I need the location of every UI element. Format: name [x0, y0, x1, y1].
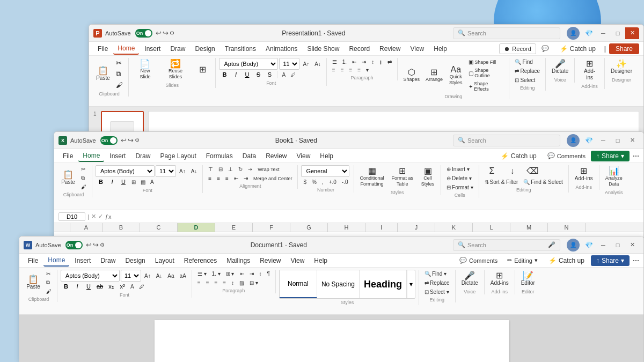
xl-dec-inc-btn[interactable]: +.0 [327, 178, 339, 186]
ppt-record-button[interactable]: ⏺ Record [499, 43, 536, 54]
xl-col-m[interactable]: M [510, 223, 548, 232]
xl-catchup-button[interactable]: ⚡ Catch up [495, 151, 542, 161]
xl-format-btn[interactable]: ⊟ Format ▾ [444, 183, 475, 191]
xl-clear-btn[interactable]: ⌫ [523, 165, 543, 177]
xl-menu-draw[interactable]: Draw [131, 151, 155, 161]
ppt-shapes-btn[interactable]: ⬡ Shapes [401, 67, 422, 84]
xl-undo-icon[interactable]: ↩ [121, 136, 127, 144]
wd-style-normal[interactable]: Normal [280, 270, 317, 298]
wd-undo-icon[interactable]: ↩ [86, 241, 92, 249]
xl-insert-btn[interactable]: ⊕ Insert ▾ [444, 165, 475, 173]
ppt-select-btn[interactable]: ⊡ Select [513, 76, 542, 84]
xl-qat-icon[interactable]: ⚙ [135, 137, 140, 143]
xl-cell-reference[interactable] [58, 212, 85, 221]
xl-underline-btn[interactable]: U [118, 177, 129, 187]
ppt-arrange-btn[interactable]: ⊞ Arrange [423, 67, 445, 84]
xl-autosave-toggle[interactable]: On [100, 136, 118, 145]
xl-confirm-icon[interactable]: ✓ [98, 213, 103, 220]
ppt-dictate-btn[interactable]: 🎤 Dictate [549, 58, 571, 76]
xl-col-i[interactable]: I [365, 223, 398, 232]
ppt-bold-btn[interactable]: B [219, 70, 230, 79]
xl-conditional-btn[interactable]: ▦ ConditionalFormatting [357, 165, 387, 189]
xl-diamond-icon[interactable]: 💎 [585, 137, 593, 144]
ppt-cut-btn[interactable]: ✂ [114, 58, 125, 68]
wd-styles-expand-btn[interactable]: ▾ [407, 270, 415, 298]
xl-col-b[interactable]: B [103, 223, 140, 232]
wd-menu-home[interactable]: Home [43, 255, 69, 267]
ppt-menu-design[interactable]: Design [191, 43, 219, 54]
ppt-catchup-button[interactable]: ⚡ Catch up [554, 43, 601, 54]
xl-col-n[interactable]: N [548, 223, 586, 232]
xl-merge-btn[interactable]: Merge and Center [251, 175, 295, 182]
xl-col-k[interactable]: K [435, 223, 473, 232]
wd-indent-dec-btn[interactable]: ⇤ [238, 270, 246, 278]
ppt-layout-btn[interactable]: ⊞ [193, 64, 212, 76]
xl-cancel-icon[interactable]: ✕ [91, 213, 96, 220]
ppt-shapeeffects-btn[interactable]: ✦ Shape Effects [466, 80, 506, 93]
xl-textdir-btn[interactable]: ↻ [236, 165, 245, 173]
ppt-menu-view[interactable]: View [406, 43, 428, 54]
ppt-numbering-btn[interactable]: 1. [340, 58, 349, 66]
ppt-quickstyles-btn[interactable]: Aa QuickStyles [446, 64, 465, 87]
xl-currency-btn[interactable]: $ [301, 178, 309, 186]
ppt-menu-draw[interactable]: Draw [166, 43, 189, 54]
ppt-strikethrough-btn[interactable]: S [253, 70, 264, 79]
xl-paste-btn[interactable]: 📋 Paste [58, 169, 78, 187]
ppt-textdir-btn[interactable]: ⇄ [385, 58, 394, 66]
wd-strikethrough-btn[interactable]: ab [94, 282, 105, 291]
ppt-bullets-btn[interactable]: ☰ [330, 58, 339, 66]
xl-comma-btn[interactable]: , [320, 178, 326, 186]
wd-search-bar[interactable]: 🔍 Search 🎤 [453, 239, 560, 251]
ppt-fontsize-inc-btn[interactable]: A↑ [301, 60, 311, 68]
wd-autosave-toggle[interactable]: On [65, 241, 83, 249]
ppt-newslide-btn[interactable]: 📄 New Slide [132, 58, 158, 82]
xl-fill-btn[interactable]: ↓ [503, 165, 522, 177]
ppt-undo-icon[interactable]: ↩ [156, 29, 162, 37]
xl-alignleft-btn[interactable]: ≡ [206, 174, 214, 182]
xl-cut-btn[interactable]: ✂ [79, 165, 89, 173]
wd-multilevel-btn[interactable]: ⊞ ▾ [224, 270, 237, 278]
wd-editor-btn[interactable]: 📝 Editor [518, 270, 538, 288]
wd-highlight-btn[interactable]: 🖊 [137, 283, 147, 291]
wd-copy-btn[interactable]: ⧉ [44, 278, 54, 287]
ppt-user-avatar[interactable]: 👤 [567, 27, 580, 40]
wd-fontcolor-btn[interactable]: A [128, 283, 136, 291]
xl-copy-btn[interactable]: ⧉ [79, 174, 89, 182]
xl-col-d[interactable]: D [178, 223, 215, 232]
xl-bold-btn[interactable]: B [96, 177, 106, 187]
wd-font-select[interactable]: Aptos (Body) [61, 270, 120, 282]
ppt-format-painter-btn[interactable]: 🖌 [114, 80, 125, 90]
wd-format-painter-btn[interactable]: 🖌 [44, 287, 54, 295]
wd-close-btn[interactable]: ✕ [625, 239, 639, 251]
xl-fontsize-dec-btn[interactable]: A↓ [189, 167, 200, 175]
wd-shading-btn[interactable]: ▨ [237, 279, 246, 287]
wd-document-area[interactable] [19, 315, 643, 362]
wd-bullets-btn[interactable]: ☰ ▾ [195, 270, 209, 278]
wd-replace-btn[interactable]: ⇄ Replace [422, 279, 452, 287]
xl-menu-formulas[interactable]: Formulas [202, 151, 237, 161]
wd-find-btn[interactable]: 🔍 Find ▾ [422, 270, 452, 278]
wd-fontsize-dec-btn[interactable]: A↓ [154, 272, 165, 280]
wd-fontsize-inc-btn[interactable]: A↑ [142, 272, 153, 280]
ppt-shapefill-btn[interactable]: ▣ Shape Fill [466, 58, 506, 66]
wd-mic-icon[interactable]: 🎤 [548, 241, 555, 248]
wd-alignleft-btn[interactable]: ≡ [195, 279, 203, 287]
wd-dictate-btn[interactable]: 🎤 Dictate [459, 270, 481, 288]
xl-incindent-btn[interactable]: ⇥ [241, 174, 250, 182]
wd-addins-btn[interactable]: ⊞ Add-ins [488, 270, 511, 288]
wd-menu-review[interactable]: Review [255, 255, 285, 266]
xl-borders-btn[interactable]: ⊞ [129, 178, 138, 186]
wd-linespacing-btn[interactable]: ↕ [229, 279, 236, 287]
ppt-qat-icon[interactable]: ⚙ [170, 30, 174, 36]
ppt-menu-slideshow[interactable]: Slide Show [303, 43, 343, 54]
xl-col-g[interactable]: G [290, 223, 328, 232]
wd-bold-btn[interactable]: B [61, 282, 71, 291]
wd-justify-btn[interactable]: ≡ [221, 279, 228, 287]
ppt-align-expand-btn[interactable]: ▾ [364, 66, 371, 74]
ppt-addins-btn[interactable]: ⊞ Add-ins [578, 58, 601, 83]
wd-paste-btn[interactable]: 📋 Paste [24, 274, 43, 292]
xl-col-c[interactable]: C [140, 223, 178, 232]
ppt-alignright-btn[interactable]: ≡ [347, 66, 355, 74]
xl-analyze-btn[interactable]: 📊 AnalyzeData [603, 165, 625, 189]
xl-search-bar[interactable]: 🔍 Search [453, 135, 560, 146]
